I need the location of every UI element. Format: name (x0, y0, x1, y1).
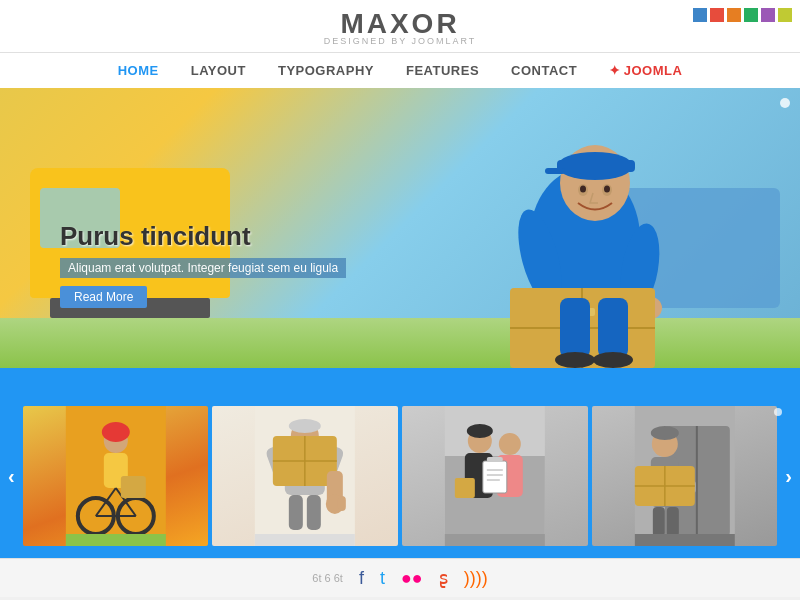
svg-point-20 (593, 352, 633, 368)
svg-rect-73 (635, 534, 735, 546)
swatch-yellow[interactable] (778, 8, 792, 22)
hero-person-svg (400, 108, 720, 368)
svg-rect-54 (483, 461, 507, 493)
svg-point-34 (289, 419, 321, 433)
hero-section: Purus tincidunt Aliquam erat volutpat. I… (0, 88, 800, 368)
hero-slide-indicator (780, 98, 790, 108)
svg-rect-60 (445, 534, 545, 546)
gallery-next-button[interactable]: › (777, 465, 800, 488)
nav: HOME LAYOUT TYPOGRAPHY FEATURES CONTACT … (0, 53, 800, 88)
twitter-icon[interactable]: t (380, 568, 385, 589)
footer-small-text: 6t 6 6t (312, 572, 343, 584)
swatch-orange[interactable] (727, 8, 741, 22)
gallery-items (23, 406, 778, 546)
nav-features[interactable]: FEATURES (390, 57, 495, 84)
nav-joomla[interactable]: ✦ JOOMLA (593, 57, 698, 84)
swatch-blue[interactable] (693, 8, 707, 22)
svg-rect-30 (121, 476, 146, 498)
svg-point-50 (467, 424, 493, 438)
svg-rect-71 (653, 507, 665, 537)
swatch-red[interactable] (710, 8, 724, 22)
gallery-section: ‹ (0, 398, 800, 558)
svg-rect-44 (289, 495, 303, 530)
nav-contact[interactable]: CONTACT (495, 57, 593, 84)
hero-subtext: Aliquam erat volutpat. Integer feugiat s… (60, 258, 346, 278)
gallery-slide-indicator (774, 408, 782, 416)
svg-point-66 (651, 426, 679, 440)
svg-point-19 (555, 352, 595, 368)
svg-point-24 (102, 422, 130, 442)
footer: 6t 6 6t f t ●● ʂ )))) (0, 558, 800, 597)
stumbleupon-icon[interactable]: ʂ (439, 567, 448, 589)
color-swatches (693, 8, 792, 22)
svg-point-8 (604, 186, 610, 193)
svg-rect-45 (307, 495, 321, 530)
gallery-prev-button[interactable]: ‹ (0, 465, 23, 488)
logo-subtitle: DESIGNED BY JOOMLART (324, 36, 477, 46)
nav-joomla-label: JOOMLA (624, 63, 683, 78)
svg-rect-59 (455, 478, 475, 498)
flickr-icon[interactable]: ●● (401, 568, 423, 589)
hero-text: Purus tincidunt Aliquam erat volutpat. I… (60, 221, 346, 308)
rss-icon[interactable]: )))) (464, 568, 488, 589)
swatch-green[interactable] (744, 8, 758, 22)
svg-rect-46 (255, 534, 355, 546)
swatch-purple[interactable] (761, 8, 775, 22)
gallery-item-2[interactable] (212, 406, 398, 546)
joomla-icon: ✦ (609, 63, 621, 78)
logo: MAXOR DESIGNED BY JOOMLART (324, 8, 477, 52)
hero-heading: Purus tincidunt (60, 221, 346, 252)
svg-rect-3 (557, 160, 635, 172)
hero-readmore-button[interactable]: Read More (60, 286, 147, 308)
svg-point-7 (580, 186, 586, 193)
gallery-item-1[interactable] (23, 406, 209, 546)
nav-layout[interactable]: LAYOUT (175, 57, 262, 84)
svg-rect-18 (598, 298, 628, 358)
facebook-icon[interactable]: f (359, 568, 364, 589)
gallery-item-3[interactable] (402, 406, 588, 546)
svg-rect-43 (338, 496, 346, 511)
svg-rect-4 (545, 168, 565, 174)
nav-home[interactable]: HOME (102, 57, 175, 84)
svg-point-52 (499, 433, 521, 455)
svg-rect-72 (667, 507, 679, 537)
svg-rect-17 (560, 298, 590, 358)
header: MAXOR DESIGNED BY JOOMLART (0, 0, 800, 53)
svg-rect-55 (487, 457, 503, 462)
blue-strip (0, 368, 800, 398)
svg-rect-31 (66, 534, 166, 546)
gallery-item-4[interactable] (592, 406, 778, 546)
nav-typography[interactable]: TYPOGRAPHY (262, 57, 390, 84)
